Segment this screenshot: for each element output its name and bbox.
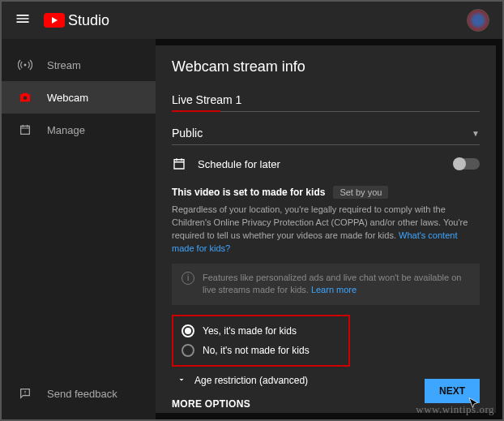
radio-no-kids[interactable]: No, it's not made for kids [182, 341, 340, 360]
feedback-icon [18, 387, 32, 400]
chevron-down-icon: ▼ [472, 129, 480, 138]
sidebar-item-label: Stream [47, 59, 81, 71]
app-header: Studio [2, 2, 502, 39]
sidebar-item-label: Webcam [47, 92, 88, 104]
camera-icon [18, 90, 32, 105]
calendar-icon [172, 157, 186, 171]
info-box: i Features like personalized ads and liv… [172, 264, 480, 305]
sidebar-item-webcam[interactable]: Webcam [2, 81, 156, 114]
sidebar: Stream Webcam Manage Send feedback [2, 39, 156, 419]
audience-radio-group: Yes, it's made for kids No, it's not mad… [172, 315, 350, 367]
age-restriction-label: Age restriction (advanced) [194, 375, 308, 386]
schedule-row: Schedule for later [172, 157, 480, 171]
info-icon: i [182, 272, 194, 285]
send-feedback-label: Send feedback [47, 388, 117, 400]
schedule-toggle[interactable] [454, 158, 480, 170]
sidebar-item-label: Manage [47, 124, 85, 136]
chevron-down-icon [177, 375, 186, 387]
set-by-badge: Set by you [333, 186, 388, 199]
svg-point-1 [23, 97, 28, 101]
radio-label: No, it's not made for kids [203, 345, 310, 356]
schedule-label: Schedule for later [198, 158, 280, 170]
radio-yes-kids[interactable]: Yes, it's made for kids [182, 321, 340, 341]
svg-point-3 [24, 393, 25, 394]
visibility-value: Public [172, 127, 203, 140]
visibility-select[interactable]: Public ▼ [172, 123, 480, 145]
radio-icon [182, 344, 194, 357]
broadcast-icon [18, 58, 32, 72]
youtube-studio-logo[interactable]: Studio [44, 12, 109, 29]
studio-label: Studio [68, 12, 109, 29]
calendar-icon [18, 123, 32, 136]
next-button[interactable]: NEXT [425, 379, 480, 403]
radio-icon [182, 324, 194, 337]
sidebar-item-manage[interactable]: Manage [2, 114, 156, 146]
main-panel: Webcam stream info Live Stream 1 Public … [156, 45, 496, 413]
radio-label: Yes, it's made for kids [203, 325, 297, 337]
stream-title-value: Live Stream 1 [172, 93, 241, 106]
kids-heading: This video is set to made for kids [172, 187, 325, 198]
send-feedback[interactable]: Send feedback [2, 377, 156, 410]
panel-title: Webcam stream info [172, 58, 480, 75]
sidebar-item-stream[interactable]: Stream [2, 49, 156, 81]
svg-point-0 [24, 64, 27, 67]
youtube-icon [44, 13, 65, 28]
stream-title-input[interactable]: Live Stream 1 [172, 90, 480, 112]
menu-icon[interactable] [15, 11, 31, 30]
info-link[interactable]: Learn more [311, 285, 357, 294]
kids-description: Regardless of your location, you're lega… [172, 204, 480, 256]
avatar[interactable] [467, 9, 489, 32]
kids-heading-row: This video is set to made for kids Set b… [172, 186, 480, 199]
